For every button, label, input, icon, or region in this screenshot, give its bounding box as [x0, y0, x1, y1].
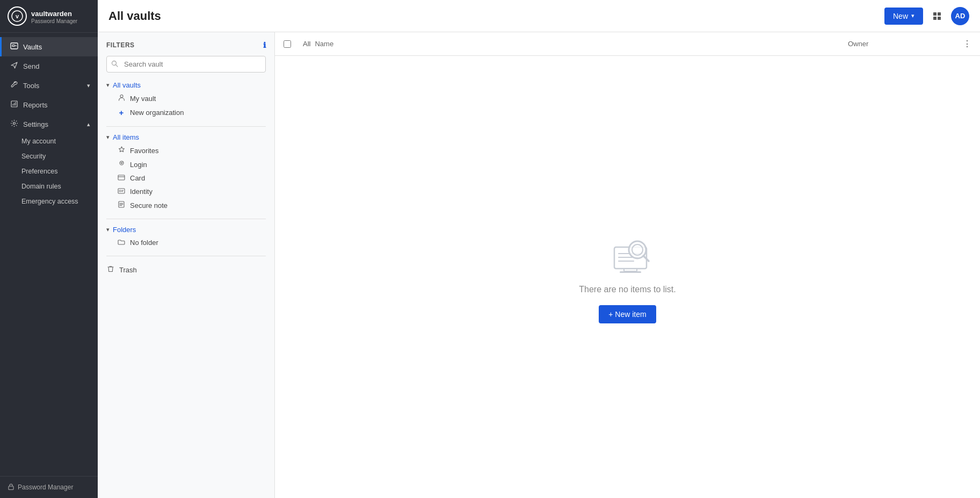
sidebar-item-label: Vaults	[23, 43, 42, 51]
filter-identity[interactable]: Identity	[106, 185, 266, 198]
new-button-label: New	[893, 12, 908, 20]
sidebar-item-tools[interactable]: Tools ▾	[0, 76, 98, 95]
folders-filter-section: ▾ Folders No folder	[98, 226, 274, 249]
avatar[interactable]: AD	[951, 7, 969, 25]
svg-rect-3	[12, 45, 14, 47]
col-all-label: All	[303, 40, 310, 48]
sidebar-item-reports[interactable]: Reports	[0, 95, 98, 114]
sidebar-navigation: Vaults Send Tools ▾ Reports Settings	[0, 33, 98, 476]
sidebar-item-preferences[interactable]: Preferences	[21, 164, 98, 179]
sidebar-bottom-label: Password Manager	[18, 483, 73, 491]
filter-login[interactable]: Login	[106, 157, 266, 171]
tools-icon	[9, 81, 19, 90]
new-org-label: New organization	[130, 109, 184, 117]
filter-new-organization[interactable]: + New organization	[106, 105, 266, 120]
topbar: All vaults New ▾ AD	[98, 0, 980, 32]
svg-rect-21	[624, 269, 637, 271]
sidebar: v vaultwarden Password Manager Vaults Se…	[0, 0, 98, 498]
settings-submenu: My account Security Preferences Domain r…	[0, 134, 98, 209]
folders-header[interactable]: ▾ Folders	[106, 226, 266, 234]
sidebar-item-settings[interactable]: Settings ▴	[0, 114, 98, 134]
logo-text: vaultwarden Password Manager	[31, 9, 77, 24]
logo-icon: v	[8, 6, 27, 26]
login-label: Login	[130, 161, 147, 169]
chevron-down-icon: ▾	[87, 82, 90, 89]
items-filter-section: ▾ All items Favorites Login	[98, 133, 274, 212]
secure-note-label: Secure note	[130, 201, 168, 210]
sidebar-item-my-account[interactable]: My account	[21, 134, 98, 149]
sidebar-item-vaults[interactable]: Vaults	[0, 37, 98, 56]
search-input[interactable]	[106, 56, 266, 73]
lock-icon	[8, 483, 14, 492]
svg-rect-10	[933, 17, 937, 20]
filter-favorites[interactable]: Favorites	[106, 143, 266, 157]
sidebar-logo: v vaultwarden Password Manager	[0, 0, 98, 33]
svg-rect-7	[9, 486, 13, 490]
sidebar-item-domain-rules[interactable]: Domain rules	[21, 179, 98, 194]
login-icon	[117, 160, 126, 169]
folder-icon	[117, 239, 126, 247]
chevron-up-icon: ▴	[87, 121, 90, 128]
sidebar-item-label: Send	[23, 62, 39, 70]
card-icon	[117, 174, 126, 182]
all-vaults-label: All vaults	[113, 81, 141, 89]
folders-label: Folders	[113, 226, 136, 234]
svg-rect-11	[938, 17, 941, 20]
chevron-down-icon: ▾	[911, 12, 914, 19]
sidebar-item-label: Tools	[23, 82, 39, 90]
svg-point-18	[119, 190, 121, 192]
emergency-access-label: Emergency access	[21, 198, 78, 205]
empty-state-icon	[601, 231, 655, 274]
divider-3	[106, 256, 266, 256]
sidebar-item-label: Settings	[23, 120, 48, 128]
person-icon	[117, 94, 126, 103]
sidebar-item-label: Reports	[23, 101, 48, 109]
trash-icon	[106, 265, 115, 274]
svg-point-15	[121, 162, 122, 163]
vaults-filter-section: ▾ All vaults My vault + New organization	[98, 81, 274, 120]
help-icon[interactable]: ℹ	[263, 41, 266, 49]
trash-section: Trash	[98, 263, 274, 277]
col-owner-label: Owner	[848, 40, 955, 48]
svg-point-12	[112, 61, 117, 65]
avatar-initials: AD	[955, 12, 966, 20]
sidebar-item-emergency-access[interactable]: Emergency access	[21, 194, 98, 209]
vaults-icon	[9, 42, 19, 52]
grid-view-button[interactable]	[928, 8, 946, 25]
chevron-down-icon: ▾	[106, 226, 110, 233]
divider-2	[106, 219, 266, 219]
all-items-header[interactable]: ▾ All items	[106, 133, 266, 141]
col-name-label: Name	[315, 40, 848, 48]
new-button[interactable]: New ▾	[884, 8, 923, 25]
my-account-label: My account	[21, 138, 56, 145]
trash-label: Trash	[119, 266, 137, 274]
note-icon	[117, 201, 126, 210]
filter-no-folder[interactable]: No folder	[106, 236, 266, 249]
add-icon: +	[117, 108, 126, 117]
filter-trash[interactable]: Trash	[106, 263, 266, 277]
preferences-label: Preferences	[21, 168, 57, 175]
reports-icon	[9, 100, 19, 110]
select-all-checkbox[interactable]	[284, 40, 303, 48]
all-checkbox[interactable]	[284, 40, 291, 48]
page-title: All vaults	[108, 9, 884, 23]
new-item-button[interactable]: + New item	[599, 305, 656, 323]
all-vaults-header[interactable]: ▾ All vaults	[106, 81, 266, 89]
settings-icon	[9, 119, 19, 129]
svg-rect-8	[933, 12, 937, 16]
sidebar-item-security[interactable]: Security	[21, 149, 98, 164]
vault-list-header: All Name Owner ⋮	[275, 32, 980, 56]
svg-rect-9	[938, 12, 941, 16]
filter-card[interactable]: Card	[106, 171, 266, 185]
svg-point-6	[13, 122, 15, 125]
card-label: Card	[130, 174, 145, 182]
divider-1	[106, 126, 266, 127]
filters-header: FILTERS ℹ	[98, 41, 274, 56]
sidebar-bottom: Password Manager	[0, 476, 98, 498]
filter-my-vault[interactable]: My vault	[106, 91, 266, 105]
sidebar-item-send[interactable]: Send	[0, 56, 98, 76]
filter-secure-note[interactable]: Secure note	[106, 198, 266, 212]
svg-rect-22	[620, 271, 641, 273]
col-actions-menu[interactable]: ⋮	[955, 39, 971, 49]
filters-title: FILTERS	[106, 41, 135, 49]
